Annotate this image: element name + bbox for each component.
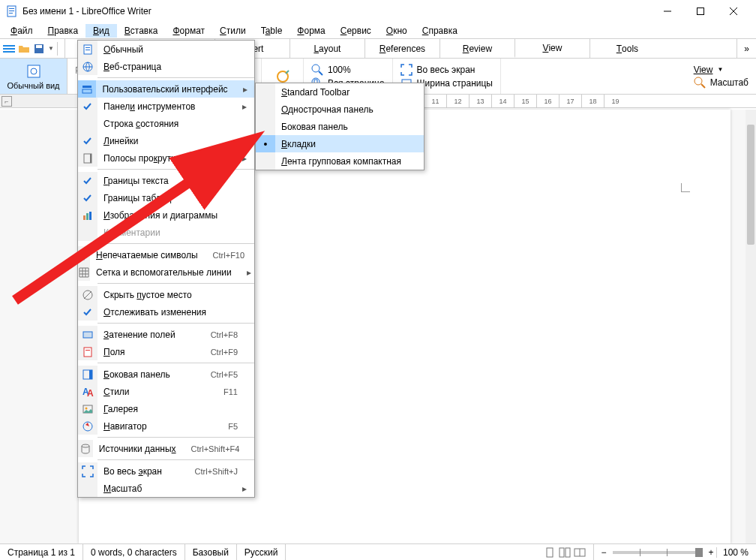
menu-item-сервис[interactable]: Сервис xyxy=(333,24,379,38)
status-language[interactable]: Русский xyxy=(237,544,286,560)
menu-item[interactable]: Затенение полейCtrl+F8 xyxy=(78,326,254,343)
zoom-control[interactable]: − + 100 % xyxy=(594,544,756,560)
menu-item[interactable]: Строка состояния xyxy=(78,115,254,132)
status-view-icons[interactable] xyxy=(536,544,594,560)
menu-item[interactable]: Линейки▸ xyxy=(78,132,254,149)
zoom-menu-button[interactable]: Масштаб xyxy=(694,77,748,89)
menu-item-label: Обычный xyxy=(104,44,242,55)
menu-item-стили[interactable]: Стили xyxy=(212,24,254,38)
single-page-icon[interactable] xyxy=(544,546,556,558)
book-view-icon[interactable] xyxy=(574,546,586,558)
zoom-percent[interactable]: 100 % xyxy=(716,547,748,558)
submenu-item[interactable]: Лента групповая компактная xyxy=(256,152,424,170)
menu-item-окно[interactable]: Окно xyxy=(379,24,415,38)
menu-item-label: Источники данных xyxy=(99,444,191,454)
submenu-item[interactable]: Standard Toolbar xyxy=(256,83,424,101)
ruler-corner[interactable]: ⌐ xyxy=(2,96,12,107)
menu-item-label: Отслеживать изменения xyxy=(104,307,242,318)
hide-icon xyxy=(78,286,98,303)
submenu-arrow-icon: ▸ xyxy=(242,101,250,112)
menu-item[interactable]: Веб-страница xyxy=(78,58,254,75)
menu-accelerator: Ctrl+F9 xyxy=(211,348,242,357)
vertical-scrollbar[interactable] xyxy=(746,110,756,543)
save-dropdown-icon[interactable]: ▼ xyxy=(48,45,54,52)
menu-item[interactable]: Боковая панельCtrl+F5 xyxy=(78,366,254,383)
field-icon xyxy=(78,343,98,360)
menu-item-правка[interactable]: Правка xyxy=(40,24,86,38)
menu-item[interactable]: Отслеживать изменения xyxy=(78,303,254,321)
menu-item-справка[interactable]: Справка xyxy=(415,24,465,38)
menu-item[interactable]: Во весь экранCtrl+Shift+J xyxy=(78,462,254,480)
brush-icon[interactable] xyxy=(275,69,290,84)
fullscreen-button[interactable]: Во весь экран xyxy=(400,64,493,76)
menu-item[interactable]: Полосы прокрутки▸ xyxy=(78,149,254,167)
save-icon[interactable] xyxy=(33,43,45,55)
menu-item[interactable]: Галерея xyxy=(78,400,254,417)
maximize-button[interactable] xyxy=(684,1,717,22)
submenu-item[interactable]: Однострочная панель xyxy=(256,101,424,118)
status-word-count[interactable]: 0 words, 0 characters xyxy=(83,544,185,560)
menu-item-вставка[interactable]: Вставка xyxy=(117,24,166,38)
close-button[interactable] xyxy=(717,1,750,22)
check-icon xyxy=(78,189,98,206)
tab-references[interactable]: References xyxy=(364,39,440,58)
zoom-in-icon[interactable]: + xyxy=(709,547,714,558)
menu-item[interactable]: Границы таблиц xyxy=(78,189,254,206)
svg-point-17 xyxy=(312,65,320,72)
svg-point-50 xyxy=(82,444,89,447)
scrollbar-thumb[interactable] xyxy=(747,125,754,245)
multi-page-icon[interactable] xyxy=(559,546,571,558)
blank-icon xyxy=(78,224,98,241)
view-menu-button[interactable]: View ▼ xyxy=(694,65,748,75)
menu-item-форма[interactable]: Форма xyxy=(290,24,332,38)
ribbon-label: View xyxy=(694,65,713,75)
bullet-icon xyxy=(256,83,275,101)
tab-extend-button[interactable]: » xyxy=(736,39,756,58)
menu-item[interactable]: ¶Непечатаемые символыCtrl+F10 xyxy=(78,246,254,263)
zoom-slider[interactable] xyxy=(613,551,703,554)
menu-item[interactable]: Сетка и вспомогательные линии▸ xyxy=(78,263,254,281)
svg-rect-35 xyxy=(89,212,92,220)
menu-item-формат[interactable]: Формат xyxy=(165,24,212,38)
zoom-icon xyxy=(311,64,323,76)
menu-item[interactable]: Изображения и диаграммы xyxy=(78,206,254,224)
menu-item-label: Изображения и диаграммы xyxy=(104,210,242,221)
menu-item-label: Границы текста xyxy=(104,176,242,186)
menu-item[interactable]: Панели инструментов▸ xyxy=(78,98,254,115)
svg-rect-52 xyxy=(547,548,553,557)
menu-item[interactable]: AAСтилиF11 xyxy=(78,383,254,400)
status-style[interactable]: Базовый xyxy=(185,544,237,560)
menu-item-файл[interactable]: Файл xyxy=(3,24,40,38)
menu-item[interactable]: Обычный xyxy=(78,41,254,58)
tab-view[interactable]: View xyxy=(514,39,590,58)
submenu-item[interactable]: Боковая панель xyxy=(256,118,424,135)
menu-item[interactable]: ПоляCtrl+F9 xyxy=(78,343,254,360)
menu-accelerator: F11 xyxy=(224,387,242,396)
zoom-slider-thumb[interactable] xyxy=(695,548,703,557)
tab-tools[interactable]: Tools xyxy=(590,39,664,58)
svg-line-16 xyxy=(286,71,289,74)
menu-item[interactable]: Источники данныхCtrl+Shift+F4 xyxy=(78,440,254,457)
menu-item[interactable]: Границы текста xyxy=(78,172,254,189)
zoom-out-icon[interactable]: − xyxy=(602,547,607,558)
status-page[interactable]: Страница 1 из 1 xyxy=(0,544,83,560)
ribbon-label: Масштаб xyxy=(710,77,748,88)
submenu-item[interactable]: •Вкладки xyxy=(256,135,424,152)
tab-layout[interactable]: Layout xyxy=(290,39,364,58)
hamburger-icon[interactable] xyxy=(3,43,15,55)
menu-item[interactable]: НавигаторF5 xyxy=(78,417,254,435)
chart-icon xyxy=(78,206,98,224)
minimize-button[interactable] xyxy=(651,1,684,22)
tab-review[interactable]: Review xyxy=(440,39,514,58)
svg-text:¶: ¶ xyxy=(80,251,86,261)
menu-item-вид[interactable]: Вид xyxy=(86,24,117,38)
menu-item[interactable]: Масштаб▸ xyxy=(78,480,254,497)
open-icon[interactable] xyxy=(18,43,30,55)
normal-view-button[interactable]: Обычный вид xyxy=(0,59,68,94)
menu-item[interactable]: Пользовательский интерфейс▸ xyxy=(78,80,254,98)
svg-rect-27 xyxy=(86,50,90,50)
menu-item[interactable]: Скрыть пустое место xyxy=(78,286,254,303)
menu-item-label: Панели инструментов xyxy=(104,101,242,112)
menu-item-table[interactable]: Table xyxy=(254,24,290,38)
zoom-100-button[interactable]: 100% xyxy=(311,64,385,76)
